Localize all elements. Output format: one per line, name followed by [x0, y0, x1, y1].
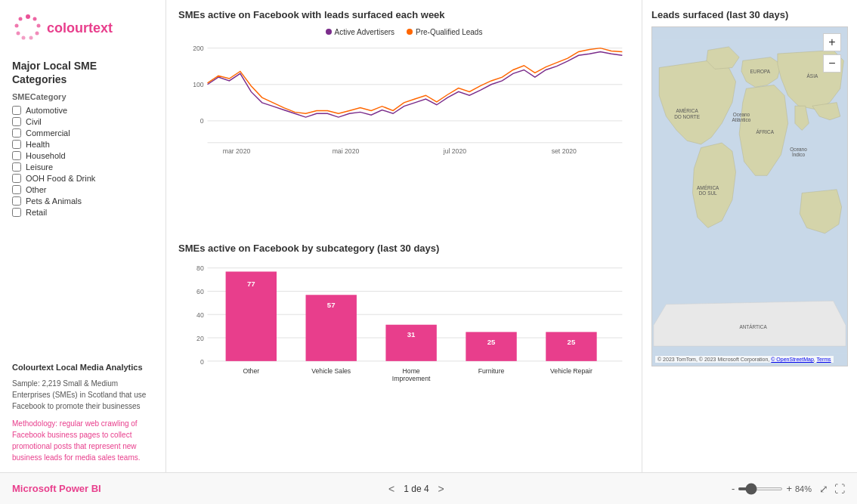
- checkbox-ooh[interactable]: [12, 174, 21, 183]
- category-automotive[interactable]: Automotive: [12, 106, 153, 115]
- prev-page-button[interactable]: <: [385, 481, 398, 496]
- svg-text:0: 0: [200, 358, 204, 366]
- share-button[interactable]: ⤢: [819, 483, 828, 495]
- fullscreen-button[interactable]: ⛶: [834, 483, 845, 495]
- svg-point-6: [17, 32, 20, 36]
- line-chart-container: 200 100 0 mar 2020 mai 2020 jul 2020 set…: [178, 41, 630, 169]
- category-leisure[interactable]: Leisure: [12, 162, 153, 172]
- category-other[interactable]: Other: [12, 185, 153, 194]
- map-zoom-in-button[interactable]: +: [823, 33, 841, 51]
- checkbox-household[interactable]: [12, 151, 21, 160]
- zoom-controls: - + 84% ⤢ ⛶: [732, 483, 845, 495]
- svg-text:Oceano: Oceano: [790, 147, 807, 152]
- svg-point-8: [19, 17, 23, 21]
- bar-label-furniture: Furniture: [478, 368, 505, 376]
- bar-value-furniture: 25: [487, 338, 496, 346]
- map-container: + −: [651, 26, 848, 366]
- page-indicator: 1 de 4: [404, 484, 428, 494]
- methodology-text: Methodology: regular web crawling of Fac…: [12, 418, 153, 463]
- logo-text: colourtext: [47, 20, 113, 36]
- map-svg: AMÉRICA DO NORTE EUROPA ÁSIA Oceano Atlâ…: [652, 27, 847, 366]
- svg-text:80: 80: [196, 265, 204, 273]
- svg-point-2: [37, 24, 41, 28]
- category-pets[interactable]: Pets & Animals: [12, 196, 153, 206]
- bar-chart-title: SMEs active on Facebook by subcategory (…: [178, 243, 630, 255]
- category-household[interactable]: Household: [12, 151, 153, 160]
- checkbox-civil[interactable]: [12, 117, 21, 126]
- legend-active-advertisers: Active Advertisers: [326, 28, 394, 36]
- bar-vehicle-repair: [546, 332, 596, 362]
- zoom-slider[interactable]: [738, 487, 783, 490]
- svg-text:100: 100: [193, 81, 204, 88]
- next-page-button[interactable]: >: [435, 481, 447, 496]
- checkbox-health[interactable]: [12, 140, 21, 149]
- checkbox-other[interactable]: [12, 185, 21, 194]
- map-title: Leads surfaced (last 30 days): [651, 9, 848, 20]
- bar-label-vehicle-sales: Vehicle Sales: [311, 368, 351, 376]
- bottom-info: Colourtext Local Media Analytics Sample:…: [12, 363, 153, 472]
- zoom-out-button[interactable]: -: [732, 483, 735, 494]
- bar-label-improvement: Improvement: [392, 375, 431, 382]
- bar-chart-container: 80 60 40 20 0 77 Other 57 Vehicle Sales: [178, 261, 630, 389]
- checkbox-leisure[interactable]: [12, 162, 21, 172]
- map-zoom-out-button[interactable]: −: [823, 54, 841, 73]
- svg-text:jul 2020: jul 2020: [443, 147, 467, 155]
- line-chart-svg: 200 100 0 mar 2020 mai 2020 jul 2020 set…: [178, 41, 630, 157]
- bottom-right-icons: ⤢ ⛶: [819, 483, 845, 495]
- osm-link[interactable]: © OpenStreetMap: [771, 357, 814, 362]
- svg-text:set 2020: set 2020: [552, 147, 577, 155]
- category-commercial[interactable]: Commercial: [12, 128, 153, 138]
- bar-label-vehicle-repair: Vehicle Repair: [550, 368, 592, 376]
- svg-text:ÁFRICA: ÁFRICA: [756, 128, 774, 135]
- legend-pre-qualified: Pre-Qualified Leads: [407, 28, 482, 36]
- svg-point-0: [26, 14, 30, 19]
- left-panel: colourtext Major Local SME Categories SM…: [0, 0, 166, 472]
- terms-link[interactable]: Terms: [817, 357, 831, 362]
- svg-text:DO SUL: DO SUL: [699, 190, 717, 196]
- checkbox-retail[interactable]: [12, 208, 21, 217]
- category-health[interactable]: Health: [12, 140, 153, 149]
- svg-point-3: [36, 32, 39, 36]
- pagination: < 1 de 4 >: [385, 481, 447, 496]
- category-retail[interactable]: Retail: [12, 208, 153, 217]
- svg-point-4: [29, 36, 33, 40]
- bottom-bar: Microsoft Power BI < 1 de 4 > - + 84% ⤢ …: [0, 472, 857, 504]
- company-name: Colourtext Local Media Analytics: [12, 363, 153, 372]
- svg-text:EUROPA: EUROPA: [750, 69, 770, 74]
- bar-value-other: 77: [247, 280, 255, 288]
- section-title: Major Local SME Categories: [12, 59, 153, 86]
- svg-text:40: 40: [196, 311, 204, 319]
- svg-text:Índico: Índico: [792, 151, 806, 157]
- svg-text:200: 200: [193, 44, 204, 51]
- svg-text:0: 0: [200, 117, 204, 125]
- power-bi-link[interactable]: Microsoft Power BI: [12, 483, 101, 494]
- checkbox-automotive[interactable]: [12, 106, 21, 115]
- sample-text: Sample: 2,219 Small & Medium Enterprises…: [12, 378, 153, 412]
- bar-chart-svg: 80 60 40 20 0 77 Other 57 Vehicle Sales: [178, 261, 630, 391]
- svg-text:AMÉRICA: AMÉRICA: [697, 184, 719, 190]
- checkbox-pets[interactable]: [12, 196, 21, 206]
- filter-label: SMECategory: [12, 92, 153, 101]
- center-panel: SMEs active on Facebook with leads surfa…: [166, 0, 642, 472]
- svg-text:Oceano: Oceano: [733, 112, 750, 117]
- checkbox-commercial[interactable]: [12, 128, 21, 138]
- svg-text:mai 2020: mai 2020: [333, 147, 360, 155]
- legend-dot-leads: [407, 29, 413, 35]
- bar-value-vehicle-sales: 57: [327, 301, 336, 309]
- category-civil[interactable]: Civil: [12, 117, 153, 126]
- bar-furniture: [466, 332, 516, 362]
- svg-text:mar 2020: mar 2020: [223, 147, 251, 155]
- bar-label-other: Other: [243, 368, 259, 376]
- category-filter-list: Automotive Civil Commercial Health House…: [12, 106, 153, 217]
- line-chart-title: SMEs active on Facebook with leads surfa…: [178, 9, 630, 22]
- zoom-in-button[interactable]: +: [786, 483, 792, 494]
- legend-dot-active: [326, 29, 332, 35]
- bar-value-vehicle-repair: 25: [568, 338, 576, 346]
- svg-text:AMÉRICA: AMÉRICA: [676, 107, 698, 113]
- logo-area: colourtext: [12, 12, 153, 44]
- category-ooh[interactable]: OOH Food & Drink: [12, 174, 153, 183]
- svg-text:ANTÁRTICA: ANTÁRTICA: [739, 323, 767, 329]
- svg-point-5: [22, 36, 26, 40]
- svg-text:DO NORTE: DO NORTE: [674, 114, 701, 119]
- svg-point-7: [15, 24, 19, 28]
